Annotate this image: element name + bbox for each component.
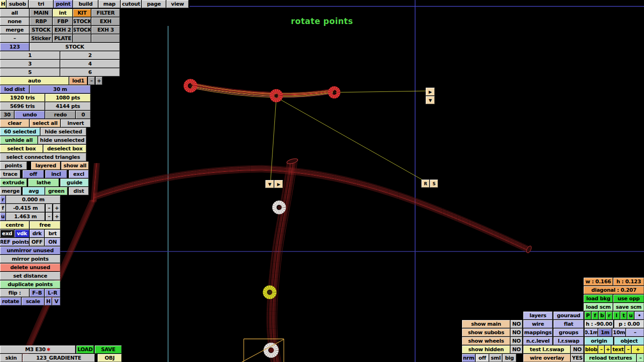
menu-subob[interactable]: subob: [7, 0, 28, 8]
menu-page[interactable]: page: [142, 0, 166, 8]
view-t-button[interactable]: t: [620, 312, 627, 320]
wire-overlay-button[interactable]: wire overlay: [523, 354, 570, 362]
show-wheels-toggle[interactable]: NO: [511, 337, 522, 345]
duplicate-points-button[interactable]: duplicate points: [0, 280, 60, 288]
clear-button[interactable]: clear: [0, 119, 29, 127]
skin-name[interactable]: 123_GRADIENTE: [23, 354, 95, 362]
delete-unused-button[interactable]: delete unused: [0, 263, 60, 272]
group-plate-button[interactable]: PLATE: [53, 34, 73, 42]
handle-down2-button[interactable]: ▼: [265, 180, 274, 188]
slot-3-button[interactable]: 3: [0, 60, 60, 68]
lod-plus-button[interactable]: +: [96, 77, 102, 85]
brt-button[interactable]: brt: [45, 230, 60, 238]
lod-lod1-button[interactable]: lod1: [69, 77, 87, 85]
group-empty-1[interactable]: [73, 34, 91, 42]
coord-f-minus[interactable]: –: [46, 204, 52, 212]
lod-auto-button[interactable]: auto: [0, 77, 69, 85]
trace-off-button[interactable]: off: [23, 170, 44, 178]
blob-minus-button[interactable]: –: [598, 346, 604, 354]
select-box-button[interactable]: select box: [0, 145, 43, 153]
layered-button[interactable]: layered: [31, 162, 60, 170]
sel-none-button[interactable]: none: [0, 17, 29, 25]
view-b-button[interactable]: b: [599, 312, 605, 320]
obj-button[interactable]: OBJ: [98, 354, 122, 362]
use-opp-button[interactable]: use opp: [613, 295, 644, 303]
ref-points-on-button[interactable]: ON: [45, 238, 60, 246]
view-f-button[interactable]: f: [592, 312, 598, 320]
menu-tri[interactable]: tri: [29, 0, 53, 8]
view-u-button[interactable]: u: [627, 312, 634, 320]
load-button[interactable]: LOAD: [76, 346, 94, 354]
grid-minus-button[interactable]: –: [626, 329, 644, 337]
group-kit-button[interactable]: KIT: [73, 9, 91, 17]
ref-points-off-button[interactable]: OFF: [30, 238, 44, 246]
scale-button[interactable]: scale: [22, 297, 44, 305]
group-exh3-button[interactable]: EXH 3: [91, 26, 120, 34]
drk-button[interactable]: drk: [30, 230, 44, 238]
lrswap-button[interactable]: l.r.swap: [553, 337, 584, 345]
sel-merge-button[interactable]: merge: [0, 26, 29, 34]
object-button[interactable]: object: [614, 337, 644, 345]
variant-stock-button[interactable]: STOCK: [30, 43, 120, 51]
lod-minus-button[interactable]: –: [88, 77, 95, 85]
group-fbp-button[interactable]: FBP: [53, 17, 73, 25]
layers-button[interactable]: layers: [523, 312, 553, 320]
variant-123-button[interactable]: 123: [0, 43, 29, 51]
guide-button[interactable]: guide: [60, 179, 89, 187]
wire-button[interactable]: wire: [523, 320, 553, 328]
nrm-sml-button[interactable]: sml: [489, 354, 502, 362]
merge-avg-button[interactable]: avg: [23, 187, 45, 195]
group-main-button[interactable]: MAIN: [30, 9, 52, 17]
menu-point[interactable]: point: [54, 0, 73, 8]
grid-10m-button[interactable]: 10m: [612, 329, 626, 337]
trace-incl-button[interactable]: incl: [45, 170, 67, 178]
test-lrswap-toggle[interactable]: NO: [571, 346, 584, 354]
menu-map[interactable]: map: [99, 0, 120, 8]
coord-f-plus[interactable]: +: [53, 204, 60, 212]
redo-button[interactable]: redo: [45, 111, 75, 119]
coord-f-value[interactable]: -0.415 m: [6, 204, 45, 212]
menu-cutout[interactable]: cutout: [121, 0, 141, 8]
group-empty-2[interactable]: [91, 34, 120, 42]
free-button[interactable]: free: [30, 221, 60, 229]
menu-h[interactable]: H: [0, 0, 6, 8]
group-stock2-button[interactable]: STOCK: [30, 26, 52, 34]
slot-5-button[interactable]: 5: [0, 68, 60, 76]
extrude-button[interactable]: extrude: [0, 179, 27, 187]
text-button[interactable]: text: [611, 346, 625, 354]
flip-fb-button[interactable]: F–B: [30, 289, 44, 297]
slot-1-button[interactable]: 1: [0, 51, 60, 59]
select-all-button[interactable]: select all: [30, 119, 60, 127]
text-minus-button[interactable]: –: [625, 346, 631, 354]
coord-u-minus[interactable]: –: [46, 213, 52, 221]
show-all-button[interactable]: show all: [61, 162, 89, 170]
nrm-off-button[interactable]: off: [476, 354, 489, 362]
save-scm-button[interactable]: save scm: [613, 303, 644, 311]
set-distance-button[interactable]: set distance: [0, 272, 60, 280]
flip-lr-button[interactable]: L–R: [45, 289, 60, 297]
nrm-button[interactable]: nrm: [462, 354, 475, 362]
handle-right-button[interactable]: ▶: [426, 88, 435, 96]
points-button[interactable]: points: [0, 162, 27, 170]
slot-6-button[interactable]: 6: [60, 68, 120, 76]
nclevel-button[interactable]: n.c.level: [523, 337, 553, 345]
handle-rotate-button[interactable]: R: [421, 180, 429, 188]
group-exh-button[interactable]: EXH: [91, 17, 120, 25]
blob-plus-button[interactable]: +: [605, 346, 611, 354]
view-p-button[interactable]: P: [585, 312, 591, 320]
coord-u-plus[interactable]: +: [53, 213, 60, 221]
lod-dist-value[interactable]: 30 m: [30, 85, 91, 93]
group-sticker-button[interactable]: Sticker: [30, 34, 52, 42]
deselect-box-button[interactable]: deselect box: [43, 145, 86, 153]
unhide-all-button[interactable]: unhide all: [0, 136, 38, 144]
undo-button[interactable]: undo: [15, 111, 45, 119]
slot-4-button[interactable]: 4: [60, 60, 120, 68]
vdk-button[interactable]: vdk: [15, 230, 29, 238]
lathe-button[interactable]: lathe: [28, 179, 59, 187]
flip-v-button[interactable]: V: [52, 297, 60, 305]
load-bkg-button[interactable]: load bkg: [584, 295, 613, 303]
grid-1m-button[interactable]: 1m: [598, 329, 612, 337]
trace-button[interactable]: trace: [0, 170, 20, 178]
handle-right2-button[interactable]: ▶: [274, 180, 283, 188]
menu-view[interactable]: view: [166, 0, 189, 8]
